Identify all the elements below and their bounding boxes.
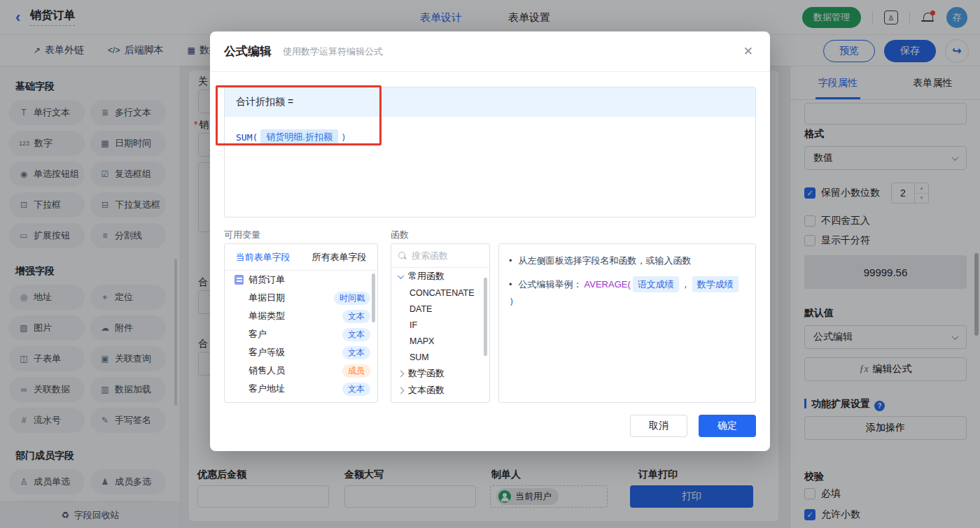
- formula-editor[interactable]: 合计折扣额 = SUM( 销货明细.折扣额 ): [224, 87, 756, 217]
- variables-form-node[interactable]: 销货订单: [225, 271, 377, 289]
- variable-row[interactable]: 客户等级文本: [225, 343, 377, 362]
- modal-title: 公式编辑: [224, 43, 272, 59]
- chevron-right-icon: [398, 370, 405, 377]
- tab-current-form-fields[interactable]: 当前表单字段: [225, 244, 301, 270]
- variables-scrollbar[interactable]: [372, 273, 375, 322]
- example-field-token: 语文成绩: [633, 276, 679, 292]
- modal-subtitle: 使用数学运算符编辑公式: [283, 45, 383, 58]
- formula-target: 合计折扣额 =: [225, 87, 755, 117]
- cancel-button[interactable]: 取消: [630, 415, 687, 437]
- function-item[interactable]: CONCATENATE: [391, 285, 489, 301]
- variable-row[interactable]: 销售人员成员: [225, 362, 377, 380]
- variables-label: 可用变量: [224, 229, 260, 241]
- variable-row[interactable]: 客户地址文本: [225, 380, 377, 398]
- form-doc-icon: [234, 275, 244, 285]
- variables-panel: 当前表单字段 所有表单字段 销货订单 单据日期时间戳单据类型文本客户文本客户等级…: [224, 243, 378, 403]
- example-function-token: AVERAGE(: [584, 277, 631, 292]
- modal-header: 公式编辑 使用数学运算符编辑公式 ✕: [210, 31, 770, 72]
- formula-tips-panel: • 从左侧面板选择字段名和函数，或输入函数 • 公式编辑举例： AVERAGE(…: [498, 243, 756, 403]
- variable-type-badge: 文本: [342, 383, 370, 396]
- function-group-row[interactable]: 数学函数: [391, 365, 489, 382]
- functions-scrollbar[interactable]: [484, 278, 487, 356]
- close-icon[interactable]: ✕: [743, 44, 753, 59]
- close-paren-token: ): [341, 132, 346, 143]
- formula-edit-modal: 公式编辑 使用数学运算符编辑公式 ✕ 合计折扣额 = SUM( 销货明细.折扣额…: [210, 31, 770, 451]
- variable-type-badge: 文本: [342, 328, 370, 341]
- function-item[interactable]: DATE: [391, 301, 489, 317]
- formula-expression: SUM( 销货明细.折扣额 ): [236, 129, 755, 145]
- function-group-row[interactable]: 常用函数: [391, 268, 489, 285]
- function-search-input[interactable]: [412, 250, 475, 261]
- chevron-down-icon: [398, 272, 405, 279]
- variable-type-badge: 文本: [342, 346, 370, 359]
- function-group-name: 常用函数: [408, 270, 444, 283]
- search-icon: [398, 252, 407, 260]
- variable-name: 客户: [248, 328, 342, 341]
- function-search[interactable]: [391, 244, 489, 268]
- function-item[interactable]: MAPX: [391, 333, 489, 349]
- functions-label: 函数: [391, 229, 409, 241]
- variable-name: 客户地址: [248, 383, 342, 395]
- variables-tabs: 当前表单字段 所有表单字段: [225, 244, 377, 271]
- function-group-name: 数学函数: [408, 367, 444, 380]
- variable-row[interactable]: 单据日期时间戳: [225, 289, 377, 307]
- function-item[interactable]: IF: [391, 317, 489, 333]
- variable-type-badge: 时间戳: [334, 292, 370, 305]
- example-field-token: 数学成绩: [692, 276, 738, 292]
- function-item[interactable]: SUM: [391, 349, 489, 365]
- function-group-name: 文本函数: [408, 384, 444, 397]
- variable-name: 单据日期: [248, 292, 334, 304]
- chevron-right-icon: [398, 387, 405, 394]
- function-token: SUM(: [236, 132, 258, 143]
- variable-name: 销售人员: [248, 364, 342, 377]
- tip-line-1: • 从左侧面板选择字段名和函数，或输入函数: [509, 253, 746, 268]
- variable-row[interactable]: 客户文本: [225, 325, 377, 343]
- confirm-button[interactable]: 确定: [699, 415, 756, 437]
- field-token[interactable]: 销货明细.折扣额: [260, 129, 338, 145]
- tab-all-form-fields[interactable]: 所有表单字段: [301, 244, 377, 270]
- tip-line-2: • 公式编辑举例： AVERAGE( 语文成绩 ， 数学成绩 ): [509, 276, 746, 309]
- variable-type-badge: 成员: [342, 364, 370, 378]
- variable-name: 单据类型: [248, 310, 342, 322]
- function-group-row[interactable]: 文本函数: [391, 382, 489, 399]
- variable-name: 客户等级: [248, 346, 342, 359]
- variable-type-badge: 文本: [342, 310, 370, 323]
- functions-panel: 常用函数CONCATENATEDATEIFMAPXSUM数学函数文本函数: [391, 243, 490, 403]
- variable-row[interactable]: 单据类型文本: [225, 307, 377, 325]
